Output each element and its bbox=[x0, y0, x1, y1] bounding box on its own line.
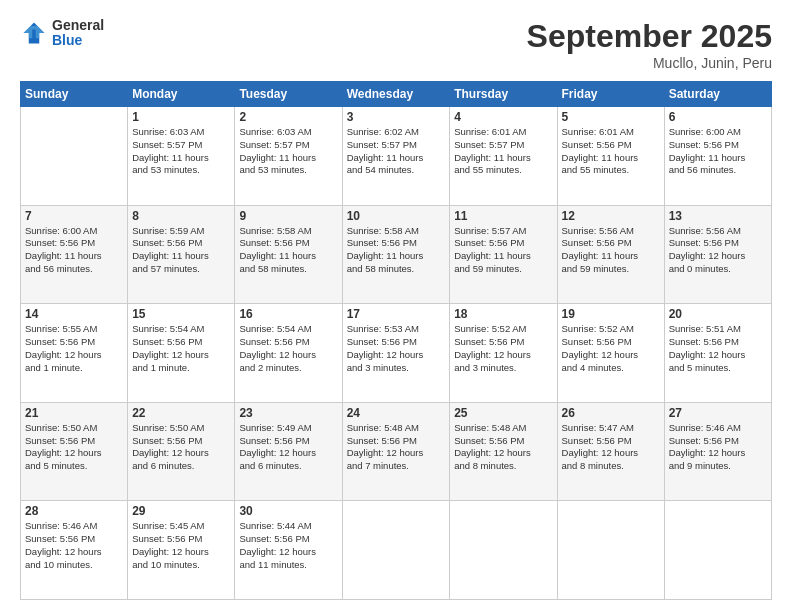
day-info: Sunrise: 6:01 AMSunset: 5:57 PMDaylight:… bbox=[454, 126, 552, 177]
calendar-header-row: SundayMondayTuesdayWednesdayThursdayFrid… bbox=[21, 82, 772, 107]
day-number: 21 bbox=[25, 406, 123, 420]
calendar-day-cell: 18Sunrise: 5:52 AMSunset: 5:56 PMDayligh… bbox=[450, 304, 557, 403]
day-number: 11 bbox=[454, 209, 552, 223]
day-number: 27 bbox=[669, 406, 767, 420]
calendar-day-cell: 23Sunrise: 5:49 AMSunset: 5:56 PMDayligh… bbox=[235, 402, 342, 501]
calendar-day-cell: 15Sunrise: 5:54 AMSunset: 5:56 PMDayligh… bbox=[128, 304, 235, 403]
calendar-day-cell bbox=[21, 107, 128, 206]
calendar-day-cell: 25Sunrise: 5:48 AMSunset: 5:56 PMDayligh… bbox=[450, 402, 557, 501]
calendar-day-cell: 26Sunrise: 5:47 AMSunset: 5:56 PMDayligh… bbox=[557, 402, 664, 501]
calendar-day-cell: 5Sunrise: 6:01 AMSunset: 5:56 PMDaylight… bbox=[557, 107, 664, 206]
calendar-day-cell: 4Sunrise: 6:01 AMSunset: 5:57 PMDaylight… bbox=[450, 107, 557, 206]
calendar-day-cell: 3Sunrise: 6:02 AMSunset: 5:57 PMDaylight… bbox=[342, 107, 450, 206]
day-number: 19 bbox=[562, 307, 660, 321]
day-info: Sunrise: 5:52 AMSunset: 5:56 PMDaylight:… bbox=[454, 323, 552, 374]
day-info: Sunrise: 6:03 AMSunset: 5:57 PMDaylight:… bbox=[132, 126, 230, 177]
calendar-header-cell: Sunday bbox=[21, 82, 128, 107]
day-number: 25 bbox=[454, 406, 552, 420]
day-number: 29 bbox=[132, 504, 230, 518]
day-info: Sunrise: 5:46 AMSunset: 5:56 PMDaylight:… bbox=[25, 520, 123, 571]
day-info: Sunrise: 5:44 AMSunset: 5:56 PMDaylight:… bbox=[239, 520, 337, 571]
day-info: Sunrise: 6:00 AMSunset: 5:56 PMDaylight:… bbox=[669, 126, 767, 177]
calendar-day-cell: 27Sunrise: 5:46 AMSunset: 5:56 PMDayligh… bbox=[664, 402, 771, 501]
calendar-day-cell: 21Sunrise: 5:50 AMSunset: 5:56 PMDayligh… bbox=[21, 402, 128, 501]
day-info: Sunrise: 5:45 AMSunset: 5:56 PMDaylight:… bbox=[132, 520, 230, 571]
day-info: Sunrise: 5:51 AMSunset: 5:56 PMDaylight:… bbox=[669, 323, 767, 374]
day-number: 5 bbox=[562, 110, 660, 124]
day-info: Sunrise: 5:53 AMSunset: 5:56 PMDaylight:… bbox=[347, 323, 446, 374]
day-number: 20 bbox=[669, 307, 767, 321]
calendar-day-cell: 8Sunrise: 5:59 AMSunset: 5:56 PMDaylight… bbox=[128, 205, 235, 304]
day-info: Sunrise: 5:46 AMSunset: 5:56 PMDaylight:… bbox=[669, 422, 767, 473]
day-number: 10 bbox=[347, 209, 446, 223]
day-number: 3 bbox=[347, 110, 446, 124]
calendar-day-cell: 9Sunrise: 5:58 AMSunset: 5:56 PMDaylight… bbox=[235, 205, 342, 304]
logo-icon bbox=[20, 19, 48, 47]
day-number: 4 bbox=[454, 110, 552, 124]
calendar-day-cell: 24Sunrise: 5:48 AMSunset: 5:56 PMDayligh… bbox=[342, 402, 450, 501]
calendar-day-cell bbox=[557, 501, 664, 600]
day-number: 18 bbox=[454, 307, 552, 321]
day-info: Sunrise: 5:57 AMSunset: 5:56 PMDaylight:… bbox=[454, 225, 552, 276]
day-info: Sunrise: 5:50 AMSunset: 5:56 PMDaylight:… bbox=[132, 422, 230, 473]
day-info: Sunrise: 5:48 AMSunset: 5:56 PMDaylight:… bbox=[454, 422, 552, 473]
day-info: Sunrise: 6:03 AMSunset: 5:57 PMDaylight:… bbox=[239, 126, 337, 177]
calendar-day-cell: 19Sunrise: 5:52 AMSunset: 5:56 PMDayligh… bbox=[557, 304, 664, 403]
day-number: 23 bbox=[239, 406, 337, 420]
day-info: Sunrise: 5:56 AMSunset: 5:56 PMDaylight:… bbox=[562, 225, 660, 276]
calendar-day-cell: 12Sunrise: 5:56 AMSunset: 5:56 PMDayligh… bbox=[557, 205, 664, 304]
calendar-week-row: 14Sunrise: 5:55 AMSunset: 5:56 PMDayligh… bbox=[21, 304, 772, 403]
day-info: Sunrise: 6:01 AMSunset: 5:56 PMDaylight:… bbox=[562, 126, 660, 177]
day-number: 14 bbox=[25, 307, 123, 321]
calendar-week-row: 21Sunrise: 5:50 AMSunset: 5:56 PMDayligh… bbox=[21, 402, 772, 501]
day-number: 15 bbox=[132, 307, 230, 321]
calendar-day-cell: 6Sunrise: 6:00 AMSunset: 5:56 PMDaylight… bbox=[664, 107, 771, 206]
day-info: Sunrise: 6:00 AMSunset: 5:56 PMDaylight:… bbox=[25, 225, 123, 276]
logo-general: General bbox=[52, 18, 104, 33]
calendar-day-cell: 1Sunrise: 6:03 AMSunset: 5:57 PMDaylight… bbox=[128, 107, 235, 206]
day-info: Sunrise: 5:47 AMSunset: 5:56 PMDaylight:… bbox=[562, 422, 660, 473]
calendar-header-cell: Thursday bbox=[450, 82, 557, 107]
day-info: Sunrise: 5:49 AMSunset: 5:56 PMDaylight:… bbox=[239, 422, 337, 473]
calendar-day-cell: 2Sunrise: 6:03 AMSunset: 5:57 PMDaylight… bbox=[235, 107, 342, 206]
calendar-body: 1Sunrise: 6:03 AMSunset: 5:57 PMDaylight… bbox=[21, 107, 772, 600]
logo-blue: Blue bbox=[52, 33, 104, 48]
day-number: 13 bbox=[669, 209, 767, 223]
calendar-table: SundayMondayTuesdayWednesdayThursdayFrid… bbox=[20, 81, 772, 600]
calendar-day-cell: 28Sunrise: 5:46 AMSunset: 5:56 PMDayligh… bbox=[21, 501, 128, 600]
day-info: Sunrise: 6:02 AMSunset: 5:57 PMDaylight:… bbox=[347, 126, 446, 177]
day-number: 9 bbox=[239, 209, 337, 223]
calendar-day-cell: 7Sunrise: 6:00 AMSunset: 5:56 PMDaylight… bbox=[21, 205, 128, 304]
calendar-week-row: 1Sunrise: 6:03 AMSunset: 5:57 PMDaylight… bbox=[21, 107, 772, 206]
day-info: Sunrise: 5:58 AMSunset: 5:56 PMDaylight:… bbox=[239, 225, 337, 276]
logo: General Blue bbox=[20, 18, 104, 49]
day-number: 12 bbox=[562, 209, 660, 223]
location: Mucllo, Junin, Peru bbox=[527, 55, 772, 71]
day-info: Sunrise: 5:59 AMSunset: 5:56 PMDaylight:… bbox=[132, 225, 230, 276]
day-number: 28 bbox=[25, 504, 123, 518]
header: General Blue September 2025 Mucllo, Juni… bbox=[20, 18, 772, 71]
month-title: September 2025 bbox=[527, 18, 772, 55]
calendar-header: SundayMondayTuesdayWednesdayThursdayFrid… bbox=[21, 82, 772, 107]
day-number: 2 bbox=[239, 110, 337, 124]
calendar-day-cell: 14Sunrise: 5:55 AMSunset: 5:56 PMDayligh… bbox=[21, 304, 128, 403]
calendar-day-cell: 29Sunrise: 5:45 AMSunset: 5:56 PMDayligh… bbox=[128, 501, 235, 600]
calendar-header-cell: Tuesday bbox=[235, 82, 342, 107]
day-number: 16 bbox=[239, 307, 337, 321]
day-number: 30 bbox=[239, 504, 337, 518]
day-info: Sunrise: 5:50 AMSunset: 5:56 PMDaylight:… bbox=[25, 422, 123, 473]
day-number: 1 bbox=[132, 110, 230, 124]
day-info: Sunrise: 5:55 AMSunset: 5:56 PMDaylight:… bbox=[25, 323, 123, 374]
calendar-header-cell: Monday bbox=[128, 82, 235, 107]
calendar-header-cell: Friday bbox=[557, 82, 664, 107]
calendar-week-row: 28Sunrise: 5:46 AMSunset: 5:56 PMDayligh… bbox=[21, 501, 772, 600]
day-number: 22 bbox=[132, 406, 230, 420]
day-number: 26 bbox=[562, 406, 660, 420]
day-number: 8 bbox=[132, 209, 230, 223]
title-block: September 2025 Mucllo, Junin, Peru bbox=[527, 18, 772, 71]
calendar-day-cell bbox=[450, 501, 557, 600]
calendar-day-cell: 30Sunrise: 5:44 AMSunset: 5:56 PMDayligh… bbox=[235, 501, 342, 600]
calendar-day-cell bbox=[664, 501, 771, 600]
calendar-day-cell: 22Sunrise: 5:50 AMSunset: 5:56 PMDayligh… bbox=[128, 402, 235, 501]
calendar-day-cell: 13Sunrise: 5:56 AMSunset: 5:56 PMDayligh… bbox=[664, 205, 771, 304]
